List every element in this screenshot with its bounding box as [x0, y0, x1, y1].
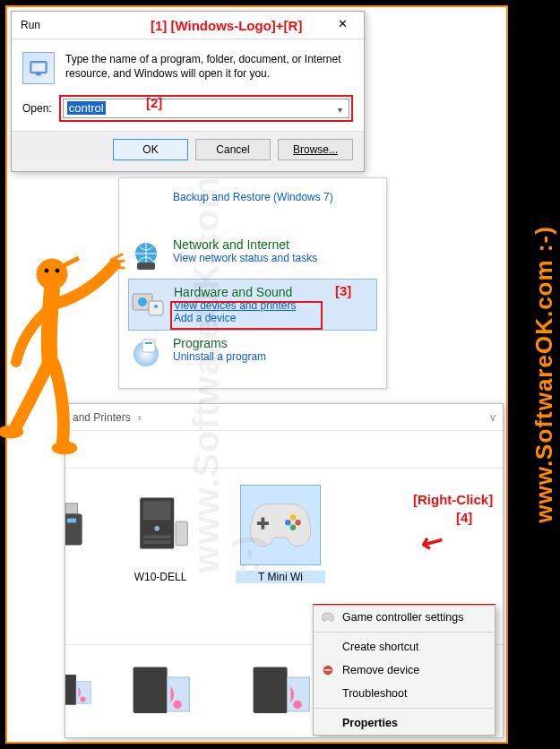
device-item-pc[interactable]: W10-DELL: [116, 485, 205, 596]
device-item-generic[interactable]: [65, 654, 85, 728]
toolbar: [65, 431, 503, 469]
cp-cat-network[interactable]: Network and Internet: [173, 237, 289, 252]
svg-rect-18: [65, 504, 77, 514]
run-open-input[interactable]: [63, 99, 349, 118]
menu-troubleshoot[interactable]: Troubleshoot: [314, 682, 495, 705]
cp-link-backup[interactable]: Backup and Restore (Windows 7): [173, 191, 333, 203]
run-dialog: Run ✕ Type the name of a program, folder…: [11, 11, 365, 172]
svg-rect-43: [325, 669, 332, 671]
svg-point-32: [285, 520, 291, 526]
svg-rect-33: [65, 675, 76, 705]
close-icon[interactable]: ✕: [326, 15, 358, 35]
svg-point-8: [154, 305, 158, 308]
cp-link-uninstall[interactable]: Uninstall a program: [173, 350, 266, 363]
context-menu: Game controller settings Create shortcut…: [313, 605, 495, 736]
cp-link-devices-printers[interactable]: View devices and printers: [174, 299, 297, 312]
annotation-2: [2]: [146, 95, 162, 110]
svg-point-31: [290, 525, 297, 531]
svg-rect-28: [257, 521, 269, 525]
svg-point-29: [290, 514, 297, 521]
svg-point-30: [295, 520, 301, 526]
device-label: SB ter: [65, 571, 85, 596]
run-message: Type the name of a program, folder, docu…: [65, 52, 353, 84]
menu-label: Properties: [342, 717, 398, 729]
breadcrumb: and Printers › v: [65, 404, 503, 431]
svg-point-38: [173, 700, 182, 709]
annotation-4b: [4]: [456, 510, 472, 525]
svg-rect-11: [145, 342, 152, 344]
device-item-controller[interactable]: T Mini Wi: [236, 485, 325, 596]
menu-label: Create shortcut: [342, 641, 418, 653]
svg-point-41: [293, 700, 302, 709]
svg-rect-20: [67, 519, 76, 523]
annotation-1: [1] [Windows-Logo]+[R]: [151, 18, 302, 33]
menu-create-shortcut[interactable]: Create shortcut: [314, 635, 495, 659]
run-title-text: Run: [21, 19, 40, 31]
cp-cat-hardware[interactable]: Hardware and Sound: [174, 285, 292, 299]
menu-properties[interactable]: Properties: [314, 711, 495, 735]
svg-point-17: [52, 442, 77, 454]
chevron-down-icon[interactable]: ▾: [332, 101, 347, 117]
network-icon: [128, 237, 164, 273]
svg-point-16: [0, 426, 23, 438]
remove-icon: [321, 663, 335, 677]
svg-rect-39: [254, 667, 288, 712]
svg-point-6: [138, 297, 147, 306]
chevron-down-icon[interactable]: v: [490, 411, 495, 424]
cp-cat-programs[interactable]: Programs: [173, 336, 228, 350]
svg-point-14: [55, 268, 60, 273]
device-item-generic[interactable]: [116, 654, 205, 728]
menu-label: Troubleshoot: [342, 687, 408, 700]
run-app-icon: [22, 52, 55, 84]
svg-rect-22: [143, 501, 170, 520]
cp-link-add-device[interactable]: Add a device: [174, 312, 297, 324]
menu-game-controller-settings[interactable]: Game controller settings: [314, 606, 495, 629]
svg-rect-4: [137, 263, 155, 270]
svg-point-23: [154, 526, 159, 531]
svg-rect-36: [134, 667, 168, 712]
svg-rect-26: [176, 521, 187, 546]
watermark-text: www.SoftwareOK.com :-): [530, 226, 558, 523]
svg-rect-25: [143, 540, 170, 544]
run-open-label: Open:: [22, 102, 52, 115]
svg-rect-2: [36, 73, 41, 75]
chevron-right-icon[interactable]: ›: [138, 411, 142, 424]
browse-button[interactable]: Browse...: [278, 139, 353, 160]
annotation-3: [3]: [335, 283, 351, 298]
device-item-usb[interactable]: SB ter: [65, 485, 85, 596]
device-label: W10-DELL: [116, 571, 205, 583]
placeholder-icon: [128, 191, 164, 227]
hardware-icon: [129, 285, 165, 321]
svg-point-13: [44, 268, 49, 273]
svg-rect-24: [143, 535, 170, 538]
cancel-button[interactable]: Cancel: [195, 139, 271, 160]
cp-link-network-status[interactable]: View network status and tasks: [173, 252, 317, 264]
gamepad-icon: [321, 610, 335, 624]
annotation-4a: [Right-Click]: [413, 492, 493, 507]
device-label: T Mini Wi: [236, 571, 325, 583]
device-item-generic[interactable]: [236, 654, 325, 728]
menu-remove-device[interactable]: Remove device: [314, 659, 495, 682]
svg-rect-1: [32, 64, 46, 72]
ok-button[interactable]: OK: [113, 139, 188, 160]
menu-label: Game controller settings: [342, 611, 463, 624]
programs-icon: [128, 336, 164, 372]
mascot-figure: [0, 249, 131, 464]
menu-label: Remove device: [342, 664, 419, 676]
svg-point-35: [80, 697, 85, 702]
svg-rect-10: [142, 340, 155, 352]
